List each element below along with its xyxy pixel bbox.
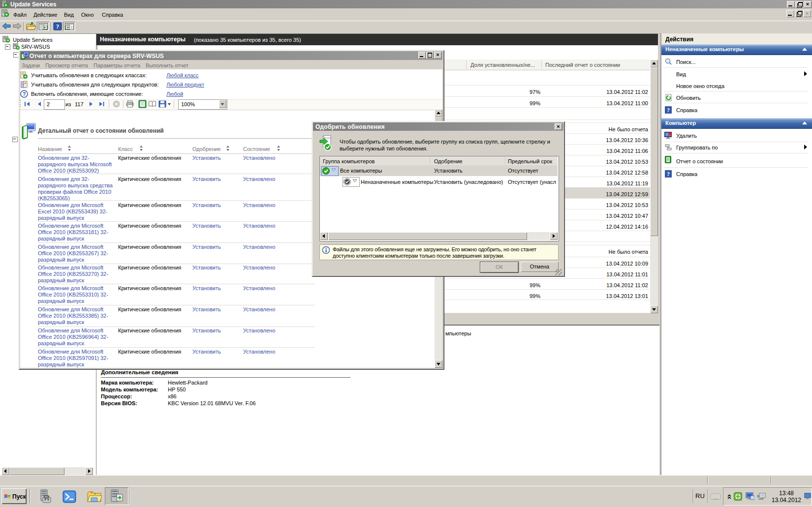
svg-text:?: ? <box>56 23 60 30</box>
svg-text:?: ? <box>667 171 670 178</box>
svg-text:?: ? <box>667 107 670 114</box>
svg-text:?: ? <box>23 91 26 97</box>
